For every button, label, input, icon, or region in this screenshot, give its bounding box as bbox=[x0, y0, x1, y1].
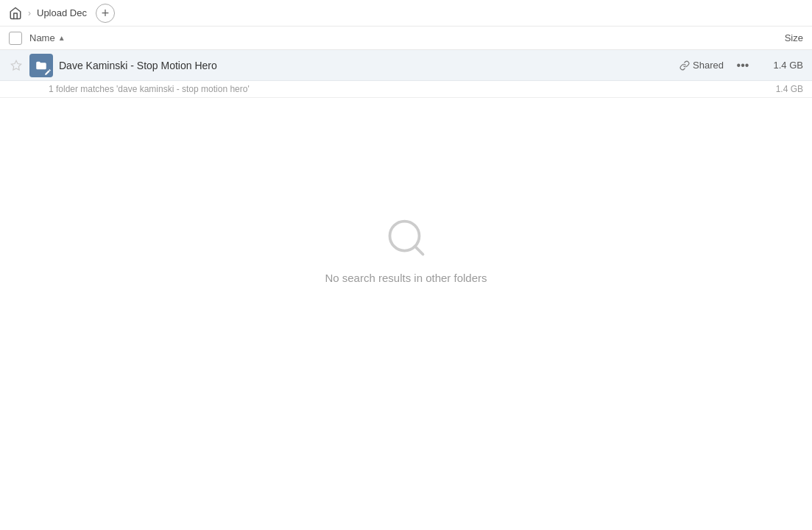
select-all-checkbox[interactable] bbox=[9, 32, 22, 45]
file-size: 1.4 GB bbox=[759, 60, 803, 71]
more-options-button[interactable]: ••• bbox=[732, 55, 753, 76]
breadcrumb-current: Upload Dec bbox=[37, 7, 87, 18]
breadcrumb-bar: › Upload Dec + bbox=[0, 0, 812, 26]
sort-arrow-icon: ▲ bbox=[58, 34, 66, 42]
file-name: Dave Kaminski - Stop Motion Hero bbox=[59, 60, 679, 71]
add-button[interactable]: + bbox=[96, 4, 115, 23]
match-text: 1 folder matches 'dave kaminski - stop m… bbox=[49, 84, 759, 94]
svg-marker-0 bbox=[11, 60, 21, 70]
empty-state: No search results in other folders bbox=[0, 216, 812, 284]
star-icon[interactable] bbox=[9, 58, 24, 73]
folder-icon bbox=[29, 54, 53, 77]
home-button[interactable] bbox=[9, 7, 22, 20]
file-row[interactable]: Dave Kaminski - Stop Motion Hero Shared … bbox=[0, 50, 812, 81]
size-column-header: Size bbox=[744, 32, 803, 43]
home-icon bbox=[9, 7, 22, 20]
breadcrumb-separator: › bbox=[28, 8, 31, 18]
svg-line-2 bbox=[414, 247, 423, 255]
match-info-row: 1 folder matches 'dave kaminski - stop m… bbox=[0, 81, 812, 98]
link-icon bbox=[679, 60, 690, 71]
empty-search-icon bbox=[384, 216, 428, 260]
match-size: 1.4 GB bbox=[759, 84, 803, 94]
name-column-header[interactable]: Name ▲ bbox=[29, 32, 744, 43]
shared-label: Shared bbox=[693, 60, 724, 71]
column-header: Name ▲ Size bbox=[0, 26, 812, 50]
name-column-label: Name bbox=[29, 32, 55, 43]
more-icon: ••• bbox=[737, 59, 749, 72]
shared-badge: Shared bbox=[679, 60, 724, 71]
empty-message: No search results in other folders bbox=[325, 272, 487, 284]
